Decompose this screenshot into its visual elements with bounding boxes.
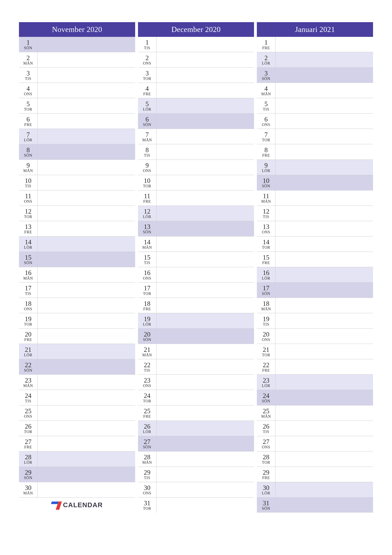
- day-row: 23ONS: [138, 375, 254, 390]
- day-note-area: [275, 497, 373, 513]
- day-note-area: [275, 344, 373, 359]
- day-row: 13ONS: [257, 221, 373, 236]
- day-note-area: [37, 37, 135, 52]
- day-note-area: [156, 421, 254, 436]
- day-note-area: [156, 313, 254, 328]
- month-title: Januari 2021: [257, 22, 373, 37]
- weekday-abbr: LÖR: [262, 61, 270, 66]
- day-row: CALENDAR: [19, 497, 135, 513]
- day-label: 13ONS: [257, 221, 275, 236]
- day-number: 17: [144, 285, 150, 292]
- day-note-area: [37, 298, 135, 313]
- day-note-area: [275, 190, 373, 205]
- day-note-area: [37, 405, 135, 421]
- day-row: 10TIS: [19, 175, 135, 190]
- weekday-abbr: SÖN: [24, 153, 32, 158]
- day-row: 20FRE: [19, 329, 135, 344]
- day-note-area: [156, 221, 254, 236]
- day-note-area: [37, 175, 135, 190]
- day-label: 13FRE: [19, 221, 37, 236]
- day-note-area: [275, 313, 373, 328]
- day-note-area: [156, 98, 254, 113]
- day-label: 19TOR: [19, 313, 37, 328]
- day-number: 13: [144, 223, 150, 230]
- weekday-abbr: SÖN: [262, 292, 270, 296]
- day-label: 11ONS: [19, 190, 37, 205]
- day-label: 4MÅN: [257, 83, 275, 98]
- day-label: 11MÅN: [257, 190, 275, 205]
- weekday-abbr: TOR: [143, 292, 151, 296]
- day-number: 11: [25, 193, 31, 199]
- weekday-abbr: TIS: [263, 107, 269, 111]
- day-row: 19TOR: [19, 313, 135, 329]
- day-note-area: [156, 67, 254, 83]
- day-note-area: [156, 83, 254, 98]
- day-row: 14LÖR: [19, 236, 135, 252]
- day-row: 11FRE: [138, 190, 254, 206]
- day-note-area: [275, 175, 373, 190]
- weekday-abbr: TOR: [24, 215, 32, 219]
- day-row: 1FRE: [257, 37, 373, 52]
- day-row: 17TIS: [19, 283, 135, 298]
- day-number: 2: [27, 54, 30, 61]
- day-number: 7: [264, 131, 268, 138]
- weekday-abbr: TOR: [143, 184, 151, 188]
- weekday-abbr: LÖR: [143, 322, 151, 327]
- day-label: 2LÖR: [257, 52, 275, 67]
- day-label: 16MÅN: [19, 267, 37, 282]
- day-label: 1FRE: [257, 37, 275, 52]
- day-label: 16LÖR: [257, 267, 275, 282]
- day-row: 8FRE: [257, 144, 373, 160]
- day-number: 30: [144, 484, 150, 491]
- day-row: 20ONS: [257, 329, 373, 344]
- day-row: 15FRE: [257, 252, 373, 267]
- month-days: 1SÖN2MÅN3TIS4ONS5TOR6FRE7LÖR8SÖN9MÅN10TI…: [19, 37, 135, 513]
- day-label: 18ONS: [19, 298, 37, 313]
- day-label: 4ONS: [19, 83, 37, 98]
- weekday-abbr: ONS: [262, 123, 270, 127]
- day-row: 22SÖN: [19, 359, 135, 375]
- day-row: 26LÖR: [138, 421, 254, 436]
- day-note-area: [275, 436, 373, 451]
- month-column: Januari 2021 1FRE2LÖR3SÖN4MÅN5TIS6ONS7TO…: [257, 22, 373, 513]
- day-label: 17TIS: [19, 283, 37, 298]
- day-row: 23LÖR: [257, 375, 373, 390]
- day-note-area: [275, 375, 373, 390]
- day-row: 24SÖN: [257, 390, 373, 405]
- day-label: 15FRE: [257, 252, 275, 267]
- weekday-abbr: SÖN: [262, 399, 270, 403]
- day-row: 6FRE: [19, 114, 135, 129]
- day-row: 9MÅN: [19, 160, 135, 175]
- day-note-area: [156, 452, 254, 467]
- day-row: 6SÖN: [138, 114, 254, 129]
- day-row: 3SÖN: [257, 67, 373, 83]
- day-row: 9LÖR: [257, 160, 373, 175]
- day-number: 4: [145, 85, 149, 92]
- day-number: 9: [264, 162, 268, 169]
- weekday-abbr: SÖN: [262, 76, 270, 81]
- day-number: 20: [25, 331, 31, 338]
- day-note-area: [37, 252, 135, 267]
- day-note-area: [275, 114, 373, 129]
- weekday-abbr: LÖR: [24, 245, 32, 250]
- day-number: 18: [144, 300, 150, 307]
- day-number: 24: [25, 392, 31, 399]
- day-number: 15: [263, 254, 269, 261]
- day-number: 10: [144, 177, 150, 184]
- weekday-abbr: TIS: [263, 215, 269, 219]
- day-label: 26TOR: [19, 421, 37, 436]
- weekday-abbr: TIS: [25, 292, 31, 296]
- weekday-abbr: FRE: [262, 261, 270, 265]
- day-label: 1SÖN: [19, 37, 37, 52]
- weekday-abbr: TOR: [262, 245, 270, 250]
- day-row: 21TOR: [257, 344, 373, 359]
- day-note-area: [37, 313, 135, 328]
- day-label: 28TOR: [257, 452, 275, 467]
- day-label: 9ONS: [138, 160, 156, 175]
- day-label: 15SÖN: [19, 252, 37, 267]
- weekday-abbr: TOR: [143, 399, 151, 403]
- weekday-abbr: TOR: [24, 107, 32, 111]
- day-row: 24TIS: [19, 390, 135, 405]
- day-number: 31: [263, 500, 269, 507]
- seven-icon: [51, 501, 60, 510]
